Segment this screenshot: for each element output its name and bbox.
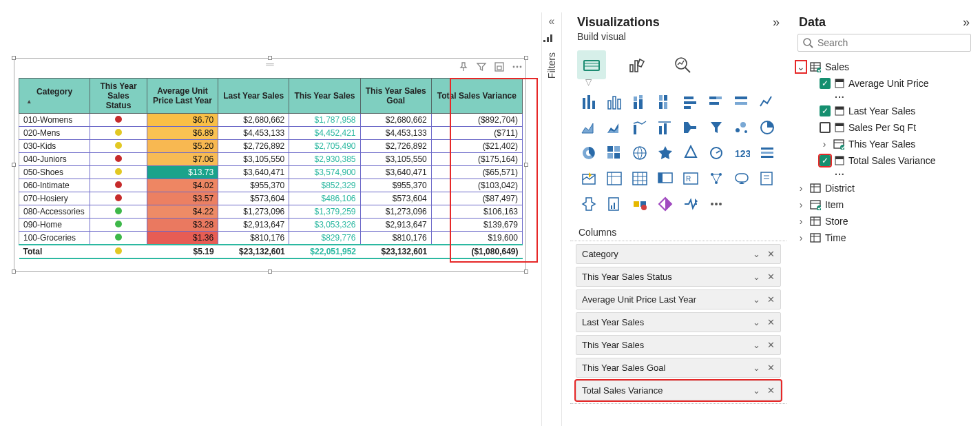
viz-type-button[interactable]: 123 (730, 141, 753, 165)
more-fields[interactable]: ··· (795, 169, 974, 180)
chevron-down-icon[interactable]: ⌄ (753, 249, 760, 259)
viz-type-button[interactable] (577, 116, 601, 139)
column-field[interactable]: This Year Sales Goal⌄✕ (576, 358, 781, 378)
remove-icon[interactable]: ✕ (767, 294, 775, 305)
filters-pane-collapsed[interactable]: « Filters (541, 12, 562, 426)
field-last-year-sales[interactable]: ✓ Last Year Sales (795, 103, 974, 119)
viz-type-button[interactable] (679, 116, 702, 139)
viz-type-button[interactable] (730, 167, 753, 190)
viz-type-button[interactable] (577, 192, 601, 216)
viz-type-button[interactable]: R (679, 167, 702, 190)
resize-handle[interactable] (12, 56, 16, 60)
viz-type-button[interactable] (603, 192, 626, 216)
viz-type-button[interactable] (654, 116, 677, 139)
table-store[interactable]: › Store (795, 213, 974, 230)
resize-handle[interactable] (12, 270, 16, 274)
field-total-sales-variance[interactable]: ✓ Total Sales Variance (795, 152, 974, 169)
column-field[interactable]: This Year Sales⌄✕ (576, 335, 781, 355)
viz-type-button[interactable] (654, 90, 677, 114)
table-time[interactable]: › Time (795, 230, 974, 246)
chevron-down-icon[interactable]: ⌄ (753, 294, 760, 305)
viz-type-button[interactable] (577, 141, 601, 165)
viz-type-button[interactable] (654, 167, 677, 190)
table-row[interactable]: 010-Womens$6.70$2,680,662$1,787,958$2,68… (19, 114, 523, 127)
table-row[interactable]: 100-Groceries$1.36$810,176$829,776$810,1… (19, 232, 523, 245)
table-item[interactable]: › Item (795, 196, 974, 213)
remove-icon[interactable]: ✕ (767, 249, 775, 259)
column-header[interactable]: This Year Sales Status (90, 79, 147, 114)
column-field[interactable]: Last Year Sales⌄✕ (576, 312, 781, 332)
viz-type-button[interactable] (628, 167, 651, 190)
more-fields[interactable]: ··· (795, 92, 974, 103)
resize-handle[interactable] (524, 163, 528, 167)
remove-icon[interactable]: ✕ (767, 272, 775, 282)
viz-type-button[interactable] (628, 192, 651, 216)
resize-handle[interactable] (12, 163, 16, 167)
column-header[interactable]: This Year Sales (289, 79, 360, 114)
filter-icon[interactable] (476, 61, 487, 72)
column-field[interactable]: Category⌄✕ (576, 244, 781, 264)
tab-format[interactable] (623, 50, 651, 79)
viz-type-button[interactable] (628, 90, 651, 114)
column-field[interactable]: Total Sales Variance⌄✕ (576, 380, 781, 400)
viz-type-button[interactable] (730, 90, 753, 114)
column-header[interactable]: Average Unit Price Last Year (147, 79, 218, 114)
chevron-down-icon[interactable]: ⌄ (796, 61, 806, 72)
viz-type-button[interactable] (705, 141, 728, 165)
chevron-right-icon[interactable]: › (796, 232, 806, 243)
remove-icon[interactable]: ✕ (767, 385, 775, 396)
viz-type-button[interactable] (628, 141, 651, 165)
remove-icon[interactable]: ✕ (767, 363, 775, 373)
expand-icon[interactable]: » (963, 15, 970, 30)
chevron-down-icon[interactable]: ⌄ (753, 317, 760, 327)
viz-type-button[interactable] (603, 116, 626, 139)
table-row[interactable]: 090-Home$3.28$2,913,647$3,053,326$2,913,… (19, 218, 523, 232)
viz-type-button[interactable] (603, 141, 626, 165)
drag-handle-icon[interactable]: ═ (266, 63, 273, 67)
resize-handle[interactable] (268, 56, 272, 60)
viz-type-button[interactable] (755, 116, 779, 139)
data-table[interactable]: CategoryThis Year Sales StatusAverage Un… (19, 78, 523, 259)
resize-handle[interactable] (524, 56, 528, 60)
viz-type-button[interactable] (755, 90, 779, 114)
column-field[interactable]: This Year Sales Status⌄✕ (576, 267, 781, 287)
viz-type-button[interactable] (705, 90, 728, 114)
field-average-unit-price[interactable]: ✓ Average Unit Price (795, 75, 974, 92)
focus-icon[interactable] (494, 61, 505, 72)
viz-type-button[interactable] (705, 116, 728, 139)
table-visual-container[interactable]: ═ CategoryThis Year Sales StatusAverage … (14, 58, 526, 272)
pin-icon[interactable] (458, 61, 469, 72)
checkbox-checked[interactable]: ✓ (820, 155, 831, 166)
search-input[interactable] (817, 37, 966, 48)
viz-type-button[interactable] (705, 167, 728, 190)
viz-type-button[interactable] (628, 116, 651, 139)
viz-type-button[interactable] (577, 90, 601, 114)
viz-type-button[interactable] (679, 192, 702, 216)
viz-type-button[interactable] (730, 116, 753, 139)
table-row[interactable]: 070-Hosiery$3.57$573,604$486,106$573,604… (19, 192, 523, 205)
table-row[interactable]: 060-Intimate$4.02$955,370$852,329$955,37… (19, 179, 523, 192)
chevron-down-icon[interactable]: ⌄ (753, 272, 760, 282)
resize-handle[interactable] (268, 270, 272, 274)
checkbox-checked[interactable]: ✓ (820, 78, 831, 89)
viz-type-button[interactable] (755, 141, 779, 165)
field-this-year-sales[interactable]: › This Year Sales (795, 136, 974, 152)
column-header[interactable]: This Year Sales Goal (360, 79, 431, 114)
table-district[interactable]: › District (795, 180, 974, 196)
tab-build[interactable] (577, 50, 606, 79)
resize-handle[interactable] (524, 270, 528, 274)
remove-icon[interactable]: ✕ (767, 340, 775, 350)
table-row[interactable]: 080-Accessories$4.22$1,273,096$1,379,259… (19, 205, 523, 218)
table-row[interactable]: 030-Kids$5.20$2,726,892$2,705,490$2,726,… (19, 140, 523, 153)
viz-type-button[interactable] (679, 141, 702, 165)
column-header[interactable]: Last Year Sales (218, 79, 289, 114)
chevron-right-icon[interactable]: › (796, 216, 806, 227)
checkbox-unchecked[interactable] (820, 122, 831, 133)
chevron-right-icon[interactable]: › (796, 183, 806, 194)
table-row[interactable]: 050-Shoes$13.73$3,640,471$3,574,900$3,64… (19, 166, 523, 179)
viz-type-button[interactable] (654, 141, 677, 165)
search-box[interactable] (797, 34, 971, 52)
table-row[interactable]: 020-Mens$6.89$4,453,133$4,452,421$4,453,… (19, 127, 523, 140)
collapse-icon[interactable]: « (542, 15, 561, 28)
column-header[interactable]: Category (19, 79, 90, 114)
